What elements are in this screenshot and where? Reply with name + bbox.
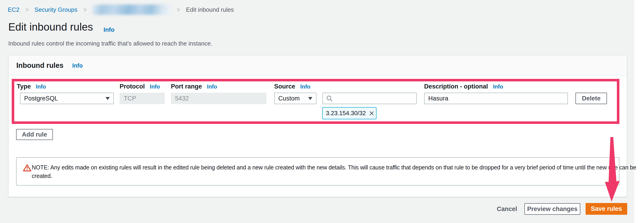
port-range-field-disabled: 5432 [171, 93, 266, 104]
protocol-field-disabled: TCP [120, 93, 165, 104]
chevron-down-icon [308, 97, 312, 100]
breadcrumb-link-security-groups[interactable]: Security Groups [34, 6, 77, 13]
breadcrumb-current: Edit inbound rules [186, 6, 234, 13]
cidr-chip-value: 3.23.154.30/32 [326, 110, 366, 117]
warning-note-text: NOTE: Any edits made on existing rules w… [32, 163, 636, 180]
add-rule-button[interactable]: Add rule [16, 129, 53, 140]
breadcrumb-link-ec2[interactable]: EC2 [8, 6, 20, 13]
type-select-value: PostgreSQL [24, 95, 58, 102]
type-label: Type Info [17, 83, 46, 90]
type-select[interactable]: PostgreSQL [20, 93, 114, 104]
source-search-input[interactable] [322, 93, 417, 104]
description-input[interactable] [424, 93, 568, 104]
panel-info-link[interactable]: Info [72, 62, 83, 69]
remove-cidr-icon[interactable] [369, 110, 375, 116]
page-title-info-link[interactable]: Info [104, 26, 114, 33]
inbound-rules-panel: Inbound rules Info Type Info Protocol In… [8, 55, 627, 197]
source-select-value: Custom [278, 95, 300, 102]
page-title: Edit inbound rules [8, 21, 93, 33]
page-subtitle: Inbound rules control the incoming traff… [8, 40, 212, 47]
source-select[interactable]: Custom [274, 93, 316, 104]
breadcrumb-separator-icon: > [84, 6, 86, 14]
source-info-link[interactable]: Info [300, 84, 310, 90]
panel-header: Inbound rules Info [8, 56, 627, 76]
type-info-link[interactable]: Info [36, 84, 46, 90]
page: EC2 > Security Groups > > Edit inbound r… [0, 0, 634, 223]
breadcrumb-security-group-redacted[interactable] [92, 4, 171, 15]
cancel-button[interactable]: Cancel [497, 206, 517, 213]
source-label: Source Info [274, 83, 310, 90]
panel-title: Inbound rules [16, 62, 64, 70]
description-info-link[interactable]: Info [493, 84, 503, 90]
warning-triangle-icon [23, 164, 31, 173]
port-range-label: Port range Info [171, 83, 217, 90]
port-range-info-link[interactable]: Info [207, 84, 217, 90]
breadcrumb: EC2 > Security Groups > > Edit inbound r… [8, 4, 234, 15]
chevron-down-icon [106, 97, 110, 100]
source-cidr-chip: 3.23.154.30/32 [322, 107, 376, 119]
breadcrumb-separator-icon: > [177, 6, 180, 14]
protocol-label: Protocol Info [120, 83, 160, 90]
description-label: Description - optional Info [424, 83, 503, 90]
breadcrumb-separator-icon: > [26, 6, 28, 14]
protocol-info-link[interactable]: Info [150, 84, 160, 90]
edit-warning-note: NOTE: Any edits made on existing rules w… [16, 157, 620, 186]
preview-changes-button[interactable]: Preview changes [524, 203, 580, 215]
source-search [322, 93, 417, 104]
save-rules-button[interactable]: Save rules [586, 203, 627, 215]
delete-rule-button[interactable]: Delete [576, 93, 607, 104]
